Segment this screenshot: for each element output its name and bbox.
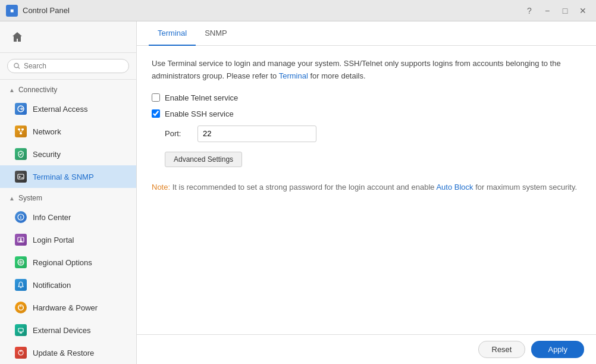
svg-rect-3 [18,128,20,130]
svg-point-13 [20,239,22,240]
notification-label: Notification [33,281,71,290]
sidebar-search-container [0,53,136,80]
port-input[interactable] [197,125,316,142]
notification-icon [15,279,27,291]
enable-ssh-row: Enable SSH service [152,109,581,118]
port-row: Port: [165,125,581,142]
auto-block-link[interactable]: Auto Block [436,183,473,192]
svg-point-0 [14,63,18,67]
enable-ssh-label[interactable]: Enable SSH service [165,109,234,118]
sidebar-item-login-portal[interactable]: Login Portal [0,228,136,251]
sidebar-home [0,21,136,53]
enable-ssh-checkbox[interactable] [152,109,160,118]
login-portal-icon [15,234,27,246]
terminal-link[interactable]: Terminal [279,71,308,80]
svg-line-1 [18,67,20,69]
network-icon [15,125,27,137]
apply-button[interactable]: Apply [531,341,584,358]
sidebar-item-regional-options[interactable]: Regional Options [0,251,136,274]
help-button[interactable]: ? [522,4,537,17]
external-devices-label: External Devices [33,326,91,335]
main-layout: ▲ Connectivity External Access Network S… [0,21,596,364]
app-icon: ■ [6,5,18,17]
minimize-button[interactable]: − [540,4,554,17]
enable-telnet-label[interactable]: Enable Telnet service [165,93,238,102]
svg-rect-5 [20,133,22,134]
connectivity-label: Connectivity [18,86,57,94]
content-body: Use Terminal service to login and manage… [137,46,596,334]
reset-button[interactable]: Reset [478,341,526,358]
update-restore-label: Update & Restore [33,349,94,357]
sidebar-item-external-devices[interactable]: External Devices [0,319,136,341]
sidebar-item-external-access[interactable]: External Access [0,98,136,120]
svg-rect-8 [18,174,24,179]
content-area: Terminal SNMP Use Terminal service to lo… [137,21,596,364]
titlebar: ■ Control Panel ? − □ ✕ [0,0,596,21]
hardware-power-icon [15,302,27,313]
svg-line-6 [19,130,21,133]
external-access-icon [15,103,27,115]
content-tabs: Terminal SNMP [137,21,596,46]
window-title: Control Panel [23,6,70,15]
sidebar-item-info-center[interactable]: i Info Center [0,206,136,228]
sidebar-item-terminal-snmp[interactable]: Terminal & SNMP [0,165,136,188]
system-chevron: ▲ [9,195,15,202]
note-prefix: Note: [152,183,170,192]
titlebar-left: ■ Control Panel [6,5,70,17]
sidebar-item-security[interactable]: Security [0,143,136,165]
info-center-icon: i [15,211,27,223]
system-label: System [18,194,42,202]
sidebar: ▲ Connectivity External Access Network S… [0,21,137,364]
connectivity-chevron: ▲ [9,87,15,93]
update-restore-icon [15,347,27,359]
sidebar-item-hardware-power[interactable]: Hardware & Power [0,296,136,319]
home-button[interactable] [9,29,26,45]
security-icon [15,148,27,160]
svg-rect-17 [18,328,23,332]
svg-text:i: i [20,215,21,219]
system-section-header[interactable]: ▲ System [0,188,136,206]
port-label: Port: [165,129,189,138]
sidebar-item-update-restore[interactable]: Update & Restore [0,341,136,364]
network-label: Network [33,127,61,136]
external-access-label: External Access [33,105,88,114]
login-portal-label: Login Portal [33,236,74,244]
external-devices-icon [15,324,27,336]
window-controls: ? − □ ✕ [522,4,590,17]
regional-options-icon [15,256,27,268]
terminal-snmp-label: Terminal & SNMP [33,172,94,181]
enable-telnet-checkbox[interactable] [152,93,160,102]
search-icon [14,62,20,70]
info-center-label: Info Center [33,213,71,222]
description-text: Use Terminal service to login and manage… [152,58,581,83]
connectivity-section-header[interactable]: ▲ Connectivity [0,80,136,98]
advanced-settings-button[interactable]: Advanced Settings [165,152,242,167]
tab-terminal[interactable]: Terminal [149,21,196,46]
svg-rect-4 [21,128,24,130]
note-text: Note: It is recommended to set a strong … [152,181,581,194]
enable-telnet-row: Enable Telnet service [152,93,581,102]
maximize-button[interactable]: □ [558,4,572,17]
svg-line-7 [21,130,23,133]
search-box [7,59,129,73]
terminal-icon [15,171,27,183]
security-label: Security [33,150,61,159]
hardware-power-label: Hardware & Power [33,303,98,312]
search-input[interactable] [24,62,123,70]
sidebar-item-network[interactable]: Network [0,120,136,143]
tab-snmp[interactable]: SNMP [196,21,236,46]
close-button[interactable]: ✕ [576,4,590,17]
regional-options-label: Regional Options [33,258,92,267]
sidebar-item-notification[interactable]: Notification [0,274,136,296]
content-footer: Reset Apply [137,334,596,364]
